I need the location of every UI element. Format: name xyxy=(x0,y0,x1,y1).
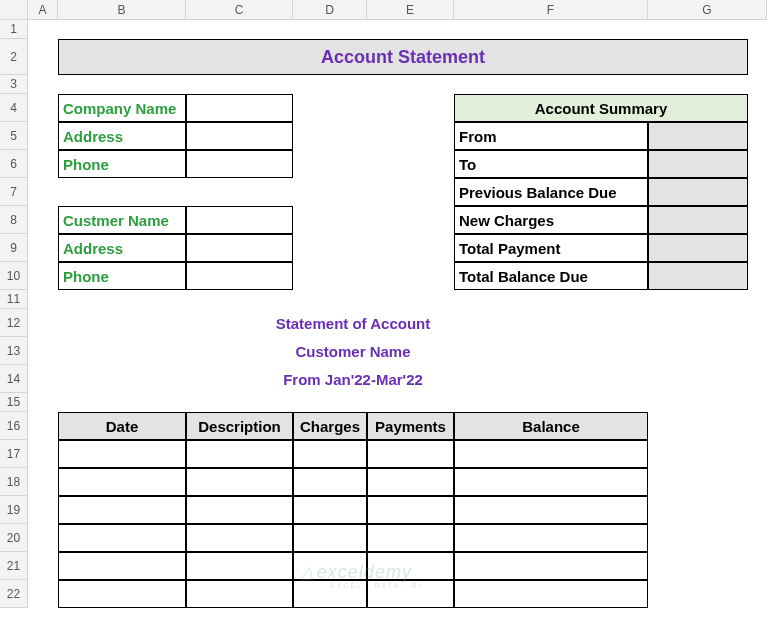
row-header-13[interactable]: 13 xyxy=(0,337,28,365)
table-row[interactable] xyxy=(367,580,454,608)
company-phone-value[interactable] xyxy=(186,150,293,178)
table-row[interactable] xyxy=(454,440,648,468)
table-row[interactable] xyxy=(367,440,454,468)
row-header-21[interactable]: 21 xyxy=(0,552,28,580)
col-header-D[interactable]: D xyxy=(293,0,367,20)
table-row[interactable] xyxy=(186,580,293,608)
spreadsheet: A B C D E F G 1 2 3 4 5 6 7 8 9 10 11 12… xyxy=(0,0,767,618)
table-row[interactable] xyxy=(367,524,454,552)
col-header-F[interactable]: F xyxy=(454,0,648,20)
row-header-7[interactable]: 7 xyxy=(0,178,28,206)
customer-address-value[interactable] xyxy=(186,234,293,262)
summary-from-value[interactable] xyxy=(648,122,748,150)
row-header-5[interactable]: 5 xyxy=(0,122,28,150)
row-header-20[interactable]: 20 xyxy=(0,524,28,552)
table-row[interactable] xyxy=(186,468,293,496)
table-row[interactable] xyxy=(293,440,367,468)
row-header-9[interactable]: 9 xyxy=(0,234,28,262)
row-header-19[interactable]: 19 xyxy=(0,496,28,524)
table-row[interactable] xyxy=(367,496,454,524)
table-row[interactable] xyxy=(293,552,367,580)
table-row[interactable] xyxy=(454,496,648,524)
th-date[interactable]: Date xyxy=(58,412,186,440)
table-row[interactable] xyxy=(186,440,293,468)
table-row[interactable] xyxy=(58,496,186,524)
row-header-16[interactable]: 16 xyxy=(0,412,28,440)
table-row[interactable] xyxy=(293,580,367,608)
table-row[interactable] xyxy=(58,524,186,552)
row-header-8[interactable]: 8 xyxy=(0,206,28,234)
customer-address-label[interactable]: Address xyxy=(58,234,186,262)
col-header-E[interactable]: E xyxy=(367,0,454,20)
col-header-B[interactable]: B xyxy=(58,0,186,20)
statement-title[interactable]: Statement of Account xyxy=(58,309,648,337)
table-row[interactable] xyxy=(58,552,186,580)
row-header-2[interactable]: 2 xyxy=(0,39,28,75)
row-header-15[interactable]: 15 xyxy=(0,393,28,412)
th-charges[interactable]: Charges xyxy=(293,412,367,440)
company-name-value[interactable] xyxy=(186,94,293,122)
row-header-22[interactable]: 22 xyxy=(0,580,28,608)
summary-totalpay-value[interactable] xyxy=(648,234,748,262)
table-row[interactable] xyxy=(186,496,293,524)
corner-cell[interactable] xyxy=(0,0,28,20)
company-address-value[interactable] xyxy=(186,122,293,150)
table-row[interactable] xyxy=(367,468,454,496)
row-header-14[interactable]: 14 xyxy=(0,365,28,393)
summary-prevbal-value[interactable] xyxy=(648,178,748,206)
statement-period[interactable]: From Jan'22-Mar'22 xyxy=(58,365,648,393)
customer-name-label[interactable]: Custmer Name xyxy=(58,206,186,234)
table-row[interactable] xyxy=(293,524,367,552)
customer-phone-value[interactable] xyxy=(186,262,293,290)
table-row[interactable] xyxy=(293,496,367,524)
summary-prevbal-label[interactable]: Previous Balance Due xyxy=(454,178,648,206)
row-header-6[interactable]: 6 xyxy=(0,150,28,178)
summary-to-value[interactable] xyxy=(648,150,748,178)
summary-totaldue-label[interactable]: Total Balance Due xyxy=(454,262,648,290)
customer-name-value[interactable] xyxy=(186,206,293,234)
summary-newcharges-label[interactable]: New Charges xyxy=(454,206,648,234)
row-header-10[interactable]: 10 xyxy=(0,262,28,290)
row-header-1[interactable]: 1 xyxy=(0,20,28,39)
table-row[interactable] xyxy=(58,440,186,468)
summary-to-label[interactable]: To xyxy=(454,150,648,178)
table-row[interactable] xyxy=(186,524,293,552)
row-header-18[interactable]: 18 xyxy=(0,468,28,496)
row-header-12[interactable]: 12 xyxy=(0,309,28,337)
summary-totaldue-value[interactable] xyxy=(648,262,748,290)
row-header-3[interactable]: 3 xyxy=(0,75,28,94)
th-payments[interactable]: Payments xyxy=(367,412,454,440)
summary-from-label[interactable]: From xyxy=(454,122,648,150)
table-row[interactable] xyxy=(58,580,186,608)
col-header-G[interactable]: G xyxy=(648,0,767,20)
col-header-C[interactable]: C xyxy=(186,0,293,20)
statement-customer[interactable]: Customer Name xyxy=(58,337,648,365)
th-balance[interactable]: Balance xyxy=(454,412,648,440)
table-row[interactable] xyxy=(454,524,648,552)
summary-newcharges-value[interactable] xyxy=(648,206,748,234)
table-row[interactable] xyxy=(454,552,648,580)
table-row[interactable] xyxy=(454,580,648,608)
col-header-A[interactable]: A xyxy=(28,0,58,20)
table-row[interactable] xyxy=(367,552,454,580)
table-row[interactable] xyxy=(186,552,293,580)
row-header-4[interactable]: 4 xyxy=(0,94,28,122)
table-row[interactable] xyxy=(293,468,367,496)
company-name-label[interactable]: Company Name xyxy=(58,94,186,122)
row-header-17[interactable]: 17 xyxy=(0,440,28,468)
customer-phone-label[interactable]: Phone xyxy=(58,262,186,290)
table-row[interactable] xyxy=(58,468,186,496)
th-description[interactable]: Description xyxy=(186,412,293,440)
table-row[interactable] xyxy=(454,468,648,496)
summary-totalpay-label[interactable]: Total Payment xyxy=(454,234,648,262)
company-address-label[interactable]: Address xyxy=(58,122,186,150)
company-phone-label[interactable]: Phone xyxy=(58,150,186,178)
page-title[interactable]: Account Statement xyxy=(58,39,748,75)
row-header-11[interactable]: 11 xyxy=(0,290,28,309)
summary-header[interactable]: Account Summary xyxy=(454,94,748,122)
